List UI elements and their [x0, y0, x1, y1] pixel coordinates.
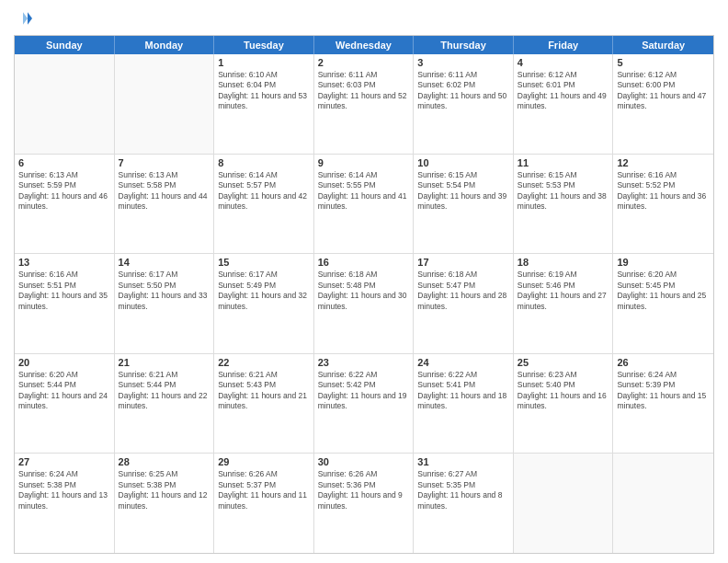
- calendar-cell: 26Sunrise: 6:24 AM Sunset: 5:39 PM Dayli…: [613, 354, 713, 454]
- day-number: 26: [617, 357, 710, 368]
- day-info: Sunrise: 6:26 AM Sunset: 5:36 PM Dayligh…: [318, 469, 410, 511]
- header-cell-sunday: Sunday: [15, 36, 115, 54]
- day-info: Sunrise: 6:23 AM Sunset: 5:40 PM Dayligh…: [518, 370, 609, 412]
- calendar-cell: 18Sunrise: 6:19 AM Sunset: 5:46 PM Dayli…: [514, 254, 614, 353]
- calendar-row-2: 13Sunrise: 6:16 AM Sunset: 5:51 PM Dayli…: [15, 254, 713, 354]
- day-number: 22: [218, 357, 310, 368]
- day-number: 11: [518, 157, 609, 168]
- day-info: Sunrise: 6:12 AM Sunset: 6:00 PM Dayligh…: [617, 70, 710, 112]
- day-number: 9: [318, 157, 410, 168]
- calendar-cell: 14Sunrise: 6:17 AM Sunset: 5:50 PM Dayli…: [115, 254, 215, 353]
- calendar-cell: 28Sunrise: 6:25 AM Sunset: 5:38 PM Dayli…: [115, 454, 215, 553]
- header-cell-friday: Friday: [514, 36, 614, 54]
- calendar-cell: [613, 454, 713, 553]
- calendar-cell: [15, 54, 115, 154]
- calendar-cell: 15Sunrise: 6:17 AM Sunset: 5:49 PM Dayli…: [214, 254, 314, 353]
- day-number: 7: [119, 157, 210, 168]
- day-info: Sunrise: 6:17 AM Sunset: 5:50 PM Dayligh…: [119, 270, 210, 312]
- day-number: 17: [417, 257, 509, 268]
- logo: [14, 9, 36, 28]
- calendar-cell: 2Sunrise: 6:11 AM Sunset: 6:03 PM Daylig…: [314, 54, 415, 154]
- day-info: Sunrise: 6:15 AM Sunset: 5:53 PM Dayligh…: [518, 170, 609, 213]
- day-number: 18: [518, 257, 609, 268]
- day-info: Sunrise: 6:12 AM Sunset: 6:01 PM Dayligh…: [518, 70, 609, 112]
- day-number: 3: [417, 57, 509, 68]
- day-number: 13: [18, 257, 110, 268]
- day-info: Sunrise: 6:22 AM Sunset: 5:41 PM Dayligh…: [417, 370, 509, 412]
- calendar-row-4: 27Sunrise: 6:24 AM Sunset: 5:38 PM Dayli…: [15, 454, 713, 553]
- page: SundayMondayTuesdayWednesdayThursdayFrid…: [0, 0, 728, 563]
- day-info: Sunrise: 6:27 AM Sunset: 5:35 PM Dayligh…: [417, 469, 509, 511]
- calendar-cell: 7Sunrise: 6:13 AM Sunset: 5:58 PM Daylig…: [115, 155, 215, 254]
- calendar-row-3: 20Sunrise: 6:20 AM Sunset: 5:44 PM Dayli…: [15, 354, 713, 454]
- day-number: 1: [218, 57, 310, 68]
- header-cell-monday: Monday: [115, 36, 215, 54]
- calendar-cell: 29Sunrise: 6:26 AM Sunset: 5:37 PM Dayli…: [214, 454, 314, 553]
- day-number: 2: [318, 57, 410, 68]
- day-info: Sunrise: 6:10 AM Sunset: 6:04 PM Dayligh…: [218, 70, 310, 112]
- calendar-cell: 20Sunrise: 6:20 AM Sunset: 5:44 PM Dayli…: [15, 354, 115, 454]
- logo-icon: [14, 9, 32, 28]
- svg-marker-1: [23, 12, 28, 24]
- calendar-cell: 5Sunrise: 6:12 AM Sunset: 6:00 PM Daylig…: [613, 54, 713, 154]
- calendar-cell: [115, 54, 215, 154]
- header: [14, 9, 714, 28]
- calendar-body: 1Sunrise: 6:10 AM Sunset: 6:04 PM Daylig…: [15, 54, 713, 553]
- calendar-cell: 19Sunrise: 6:20 AM Sunset: 5:45 PM Dayli…: [613, 254, 713, 353]
- day-number: 21: [119, 357, 210, 368]
- calendar-cell: 3Sunrise: 6:11 AM Sunset: 6:02 PM Daylig…: [414, 54, 514, 154]
- day-info: Sunrise: 6:19 AM Sunset: 5:46 PM Dayligh…: [518, 270, 609, 312]
- header-cell-thursday: Thursday: [414, 36, 514, 54]
- calendar-cell: 31Sunrise: 6:27 AM Sunset: 5:35 PM Dayli…: [414, 454, 514, 553]
- calendar-cell: 8Sunrise: 6:14 AM Sunset: 5:57 PM Daylig…: [214, 155, 314, 254]
- day-number: 25: [518, 357, 609, 368]
- day-info: Sunrise: 6:14 AM Sunset: 5:55 PM Dayligh…: [318, 170, 410, 213]
- day-info: Sunrise: 6:18 AM Sunset: 5:48 PM Dayligh…: [318, 270, 410, 312]
- calendar-cell: 4Sunrise: 6:12 AM Sunset: 6:01 PM Daylig…: [514, 54, 614, 154]
- day-number: 20: [18, 357, 110, 368]
- svg-marker-0: [28, 12, 32, 24]
- calendar-cell: 23Sunrise: 6:22 AM Sunset: 5:42 PM Dayli…: [314, 354, 415, 454]
- day-number: 5: [617, 57, 710, 68]
- calendar-cell: 21Sunrise: 6:21 AM Sunset: 5:44 PM Dayli…: [115, 354, 215, 454]
- calendar-header: SundayMondayTuesdayWednesdayThursdayFrid…: [15, 36, 713, 54]
- calendar-cell: 6Sunrise: 6:13 AM Sunset: 5:59 PM Daylig…: [15, 155, 115, 254]
- calendar-cell: 12Sunrise: 6:16 AM Sunset: 5:52 PM Dayli…: [613, 155, 713, 254]
- calendar-cell: 11Sunrise: 6:15 AM Sunset: 5:53 PM Dayli…: [514, 155, 614, 254]
- calendar-cell: 13Sunrise: 6:16 AM Sunset: 5:51 PM Dayli…: [15, 254, 115, 353]
- calendar-cell: 17Sunrise: 6:18 AM Sunset: 5:47 PM Dayli…: [414, 254, 514, 353]
- calendar-cell: 1Sunrise: 6:10 AM Sunset: 6:04 PM Daylig…: [214, 54, 314, 154]
- calendar-row-0: 1Sunrise: 6:10 AM Sunset: 6:04 PM Daylig…: [15, 54, 713, 155]
- calendar-cell: 27Sunrise: 6:24 AM Sunset: 5:38 PM Dayli…: [15, 454, 115, 553]
- day-info: Sunrise: 6:11 AM Sunset: 6:02 PM Dayligh…: [417, 70, 509, 112]
- day-info: Sunrise: 6:13 AM Sunset: 5:59 PM Dayligh…: [18, 170, 110, 213]
- day-info: Sunrise: 6:13 AM Sunset: 5:58 PM Dayligh…: [119, 170, 210, 213]
- day-number: 8: [218, 157, 310, 168]
- day-info: Sunrise: 6:15 AM Sunset: 5:54 PM Dayligh…: [417, 170, 509, 213]
- day-info: Sunrise: 6:17 AM Sunset: 5:49 PM Dayligh…: [218, 270, 310, 312]
- day-info: Sunrise: 6:26 AM Sunset: 5:37 PM Dayligh…: [218, 469, 310, 511]
- day-info: Sunrise: 6:20 AM Sunset: 5:45 PM Dayligh…: [617, 270, 710, 312]
- day-info: Sunrise: 6:16 AM Sunset: 5:52 PM Dayligh…: [617, 170, 710, 213]
- day-number: 10: [417, 157, 509, 168]
- calendar-cell: 25Sunrise: 6:23 AM Sunset: 5:40 PM Dayli…: [514, 354, 614, 454]
- day-info: Sunrise: 6:22 AM Sunset: 5:42 PM Dayligh…: [318, 370, 410, 412]
- day-number: 30: [318, 456, 410, 467]
- day-number: 29: [218, 456, 310, 467]
- day-info: Sunrise: 6:21 AM Sunset: 5:43 PM Dayligh…: [218, 370, 310, 412]
- calendar-cell: 22Sunrise: 6:21 AM Sunset: 5:43 PM Dayli…: [214, 354, 314, 454]
- header-cell-tuesday: Tuesday: [214, 36, 314, 54]
- day-number: 24: [417, 357, 509, 368]
- calendar: SundayMondayTuesdayWednesdayThursdayFrid…: [14, 35, 714, 554]
- day-info: Sunrise: 6:24 AM Sunset: 5:39 PM Dayligh…: [617, 370, 710, 412]
- day-number: 19: [617, 257, 710, 268]
- day-info: Sunrise: 6:21 AM Sunset: 5:44 PM Dayligh…: [119, 370, 210, 412]
- day-number: 4: [518, 57, 609, 68]
- day-info: Sunrise: 6:18 AM Sunset: 5:47 PM Dayligh…: [417, 270, 509, 312]
- day-number: 15: [218, 257, 310, 268]
- day-number: 12: [617, 157, 710, 168]
- day-number: 14: [119, 257, 210, 268]
- day-info: Sunrise: 6:24 AM Sunset: 5:38 PM Dayligh…: [18, 469, 110, 511]
- day-info: Sunrise: 6:16 AM Sunset: 5:51 PM Dayligh…: [18, 270, 110, 312]
- day-info: Sunrise: 6:20 AM Sunset: 5:44 PM Dayligh…: [18, 370, 110, 412]
